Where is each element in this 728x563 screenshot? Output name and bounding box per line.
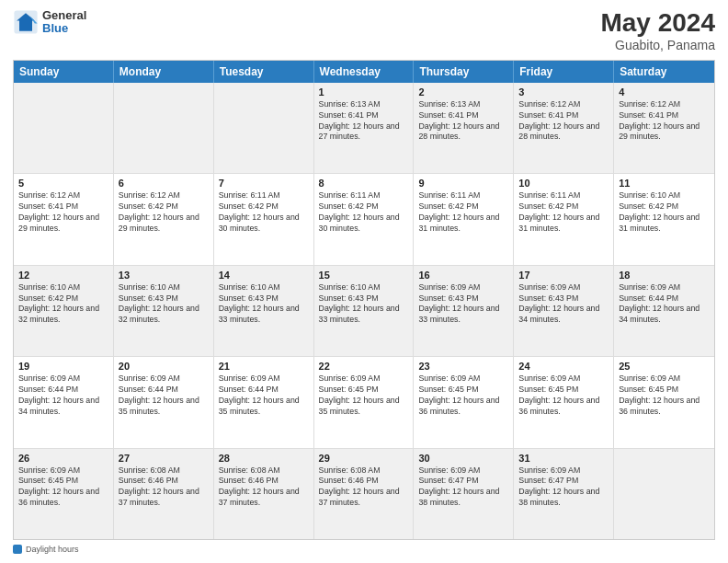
calendar-cell: 21Sunrise: 6:09 AMSunset: 6:44 PMDayligh… [214, 357, 314, 447]
day-info: Sunrise: 6:09 AMSunset: 6:47 PMDaylight:… [518, 465, 609, 510]
day-number: 31 [518, 453, 609, 464]
day-info: Sunrise: 6:09 AMSunset: 6:44 PMDaylight:… [18, 373, 108, 418]
calendar-cell: 3Sunrise: 6:12 AMSunset: 6:41 PMDaylight… [514, 83, 614, 173]
calendar-cell: 6Sunrise: 6:12 AMSunset: 6:42 PMDaylight… [114, 174, 214, 264]
day-number: 18 [619, 270, 710, 281]
day-info: Sunrise: 6:09 AMSunset: 6:44 PMDaylight:… [119, 373, 209, 418]
day-number: 15 [319, 270, 409, 281]
calendar-header-saturday: Saturday [614, 61, 714, 83]
calendar-header-tuesday: Tuesday [214, 61, 314, 83]
calendar-cell: 7Sunrise: 6:11 AMSunset: 6:42 PMDaylight… [214, 174, 314, 264]
day-info: Sunrise: 6:10 AMSunset: 6:43 PMDaylight:… [319, 282, 409, 327]
day-info: Sunrise: 6:09 AMSunset: 6:45 PMDaylight:… [18, 465, 108, 510]
calendar-cell: 14Sunrise: 6:10 AMSunset: 6:43 PMDayligh… [214, 266, 314, 356]
day-info: Sunrise: 6:10 AMSunset: 6:42 PMDaylight:… [18, 282, 108, 327]
day-info: Sunrise: 6:10 AMSunset: 6:43 PMDaylight:… [119, 282, 209, 327]
day-info: Sunrise: 6:08 AMSunset: 6:46 PMDaylight:… [319, 465, 409, 510]
day-number: 27 [119, 453, 209, 464]
day-info: Sunrise: 6:09 AMSunset: 6:45 PMDaylight:… [619, 373, 710, 418]
calendar-header-wednesday: Wednesday [314, 61, 415, 83]
calendar-header-monday: Monday [114, 61, 214, 83]
day-info: Sunrise: 6:09 AMSunset: 6:45 PMDaylight:… [418, 373, 508, 418]
day-number: 17 [518, 270, 609, 281]
day-info: Sunrise: 6:12 AMSunset: 6:42 PMDaylight:… [119, 190, 209, 235]
calendar-cell: 8Sunrise: 6:11 AMSunset: 6:42 PMDaylight… [314, 174, 415, 264]
day-number: 23 [418, 361, 508, 372]
calendar-cell: 27Sunrise: 6:08 AMSunset: 6:46 PMDayligh… [114, 449, 214, 539]
day-info: Sunrise: 6:11 AMSunset: 6:42 PMDaylight:… [418, 190, 508, 235]
calendar-cell [614, 449, 714, 539]
calendar-week-3: 12Sunrise: 6:10 AMSunset: 6:42 PMDayligh… [14, 266, 714, 357]
page: General Blue May 2024 Guabito, Panama Su… [0, 0, 728, 563]
calendar-week-4: 19Sunrise: 6:09 AMSunset: 6:44 PMDayligh… [14, 357, 714, 448]
day-info: Sunrise: 6:11 AMSunset: 6:42 PMDaylight:… [219, 190, 309, 235]
day-number: 4 [619, 86, 710, 98]
calendar-cell: 19Sunrise: 6:09 AMSunset: 6:44 PMDayligh… [14, 357, 114, 447]
calendar-cell [214, 83, 314, 173]
day-number: 26 [18, 453, 108, 464]
calendar-body: 1Sunrise: 6:13 AMSunset: 6:41 PMDaylight… [14, 83, 714, 539]
day-info: Sunrise: 6:13 AMSunset: 6:41 PMDaylight:… [319, 99, 409, 144]
calendar-cell: 13Sunrise: 6:10 AMSunset: 6:43 PMDayligh… [114, 266, 214, 356]
day-info: Sunrise: 6:09 AMSunset: 6:44 PMDaylight:… [219, 373, 309, 418]
calendar-location: Guabito, Panama [600, 38, 715, 52]
day-info: Sunrise: 6:09 AMSunset: 6:44 PMDaylight:… [619, 282, 710, 327]
logo-blue-label: Blue [42, 22, 86, 35]
day-info: Sunrise: 6:12 AMSunset: 6:41 PMDaylight:… [18, 190, 108, 235]
day-number: 2 [418, 86, 508, 98]
day-info: Sunrise: 6:10 AMSunset: 6:43 PMDaylight:… [219, 282, 309, 327]
day-number: 14 [219, 270, 309, 281]
calendar-cell: 29Sunrise: 6:08 AMSunset: 6:46 PMDayligh… [314, 449, 415, 539]
calendar-header-friday: Friday [514, 61, 614, 83]
day-number: 10 [518, 178, 609, 189]
calendar-cell: 15Sunrise: 6:10 AMSunset: 6:43 PMDayligh… [314, 266, 415, 356]
day-info: Sunrise: 6:13 AMSunset: 6:41 PMDaylight:… [418, 99, 508, 144]
footer-dot-icon [13, 545, 22, 554]
day-number: 6 [119, 178, 209, 189]
calendar-title: May 2024 [600, 9, 715, 38]
day-number: 22 [319, 361, 409, 372]
calendar-cell: 26Sunrise: 6:09 AMSunset: 6:45 PMDayligh… [14, 449, 114, 539]
calendar-week-2: 5Sunrise: 6:12 AMSunset: 6:41 PMDaylight… [14, 174, 714, 265]
calendar-cell: 2Sunrise: 6:13 AMSunset: 6:41 PMDaylight… [414, 83, 514, 173]
calendar-cell: 23Sunrise: 6:09 AMSunset: 6:45 PMDayligh… [414, 357, 514, 447]
calendar-cell [114, 83, 214, 173]
day-info: Sunrise: 6:11 AMSunset: 6:42 PMDaylight:… [319, 190, 409, 235]
day-number: 7 [219, 178, 309, 189]
calendar-cell: 17Sunrise: 6:09 AMSunset: 6:43 PMDayligh… [514, 266, 614, 356]
logo-icon [13, 9, 39, 35]
day-number: 20 [119, 361, 209, 372]
calendar-cell: 10Sunrise: 6:11 AMSunset: 6:42 PMDayligh… [514, 174, 614, 264]
day-number: 30 [418, 453, 508, 464]
logo-text: General Blue [42, 9, 86, 36]
calendar-cell: 16Sunrise: 6:09 AMSunset: 6:43 PMDayligh… [414, 266, 514, 356]
day-number: 16 [418, 270, 508, 281]
title-block: May 2024 Guabito, Panama [600, 9, 715, 52]
calendar-cell: 30Sunrise: 6:09 AMSunset: 6:47 PMDayligh… [414, 449, 514, 539]
day-number: 12 [18, 270, 108, 281]
calendar-cell: 25Sunrise: 6:09 AMSunset: 6:45 PMDayligh… [614, 357, 714, 447]
calendar-cell: 9Sunrise: 6:11 AMSunset: 6:42 PMDaylight… [414, 174, 514, 264]
day-number: 11 [619, 178, 710, 189]
day-info: Sunrise: 6:08 AMSunset: 6:46 PMDaylight:… [119, 465, 209, 510]
calendar: SundayMondayTuesdayWednesdayThursdayFrid… [13, 60, 715, 540]
calendar-cell: 4Sunrise: 6:12 AMSunset: 6:41 PMDaylight… [614, 83, 714, 173]
calendar-cell [14, 83, 114, 173]
day-info: Sunrise: 6:10 AMSunset: 6:42 PMDaylight:… [619, 190, 710, 235]
calendar-cell: 28Sunrise: 6:08 AMSunset: 6:46 PMDayligh… [214, 449, 314, 539]
day-number: 9 [418, 178, 508, 189]
calendar-header-sunday: Sunday [14, 61, 114, 83]
day-info: Sunrise: 6:09 AMSunset: 6:43 PMDaylight:… [518, 282, 609, 327]
day-info: Sunrise: 6:09 AMSunset: 6:47 PMDaylight:… [418, 465, 508, 510]
day-info: Sunrise: 6:09 AMSunset: 6:45 PMDaylight:… [518, 373, 609, 418]
calendar-cell: 24Sunrise: 6:09 AMSunset: 6:45 PMDayligh… [514, 357, 614, 447]
day-number: 13 [119, 270, 209, 281]
calendar-header-row: SundayMondayTuesdayWednesdayThursdayFrid… [14, 61, 714, 83]
day-number: 3 [518, 86, 609, 98]
logo: General Blue [13, 9, 86, 36]
calendar-cell: 1Sunrise: 6:13 AMSunset: 6:41 PMDaylight… [314, 83, 415, 173]
calendar-cell: 20Sunrise: 6:09 AMSunset: 6:44 PMDayligh… [114, 357, 214, 447]
day-info: Sunrise: 6:08 AMSunset: 6:46 PMDaylight:… [219, 465, 309, 510]
calendar-header-thursday: Thursday [414, 61, 514, 83]
day-info: Sunrise: 6:11 AMSunset: 6:42 PMDaylight:… [518, 190, 609, 235]
